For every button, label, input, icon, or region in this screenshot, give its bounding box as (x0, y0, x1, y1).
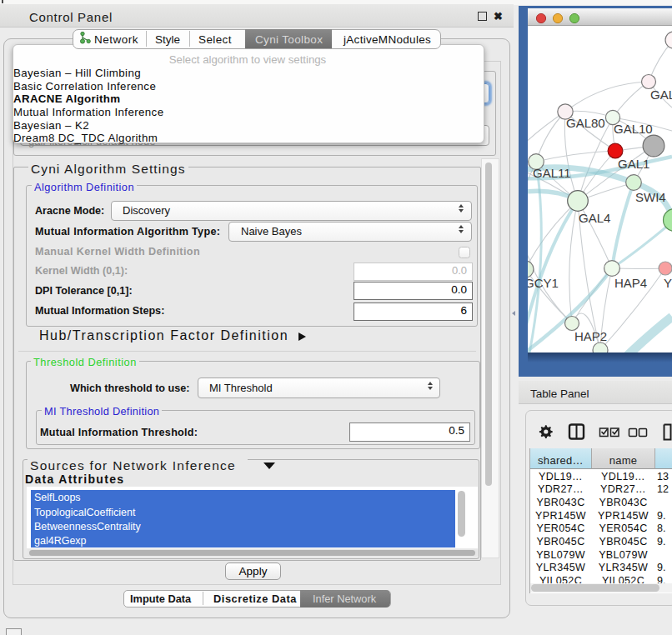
svg-text:GAL11: GAL11 (533, 166, 571, 180)
svg-text:HAP4: HAP4 (614, 276, 647, 290)
svg-text:GAL80: GAL80 (566, 116, 605, 130)
svg-text:Y: Y (664, 276, 672, 290)
svg-text:GAL1: GAL1 (618, 157, 649, 171)
svg-text:GAL10: GAL10 (614, 122, 653, 136)
svg-text:GCY1: GCY1 (524, 276, 559, 290)
svg-text:HAP2: HAP2 (574, 329, 607, 343)
svg-text:SWI4: SWI4 (635, 190, 666, 204)
svg-text:GAL4: GAL4 (579, 211, 610, 225)
svg-text:GAL7: GAL7 (650, 88, 672, 102)
